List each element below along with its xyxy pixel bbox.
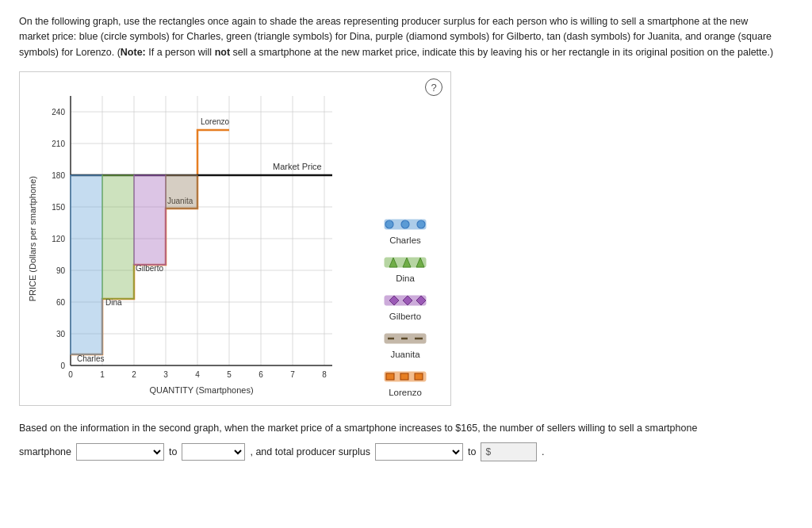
instructions-text: On the following graph, use the rectangl…	[19, 14, 780, 60]
dollar-sign: $	[485, 446, 491, 457]
smartphone-label: smartphone	[19, 446, 71, 457]
svg-text:60: 60	[56, 298, 66, 307]
svg-text:30: 30	[56, 330, 66, 339]
legend-label-gilberto: Gilberto	[389, 312, 421, 321]
svg-rect-46	[71, 175, 102, 354]
note-bold: Note:	[121, 47, 146, 58]
legend-item-charles: Charles	[368, 213, 442, 245]
sellers-value-dropdown[interactable]: 1 2 3 4 5	[182, 443, 245, 461]
svg-text:Lorenzo: Lorenzo	[201, 117, 230, 126]
svg-text:Charles: Charles	[77, 354, 104, 363]
gilberto-palette-icon	[383, 289, 427, 310]
help-icon[interactable]: ?	[425, 78, 442, 96]
svg-text:6: 6	[259, 370, 263, 379]
svg-point-53	[417, 220, 425, 228]
to2-label: to	[468, 446, 476, 457]
answer-row: smartphone increases decreases stays the…	[19, 442, 780, 461]
legend-label-lorenzo: Lorenzo	[389, 388, 422, 397]
svg-text:4: 4	[195, 370, 200, 379]
dollar-input-box[interactable]: $	[481, 442, 537, 461]
not-bold: not	[215, 47, 230, 58]
svg-text:150: 150	[52, 203, 65, 212]
charles-palette-icon	[383, 213, 427, 234]
legend-label-juanita: Juanita	[390, 350, 419, 359]
bottom-section: Based on the information in the second g…	[19, 420, 780, 461]
svg-text:120: 120	[52, 235, 65, 243]
juanita-palette-icon	[383, 327, 427, 348]
bottom-question-text: Based on the information in the second g…	[19, 420, 780, 436]
svg-rect-68	[400, 373, 408, 380]
surplus-value-input[interactable]	[492, 445, 532, 459]
svg-text:7: 7	[290, 370, 295, 379]
svg-text:0: 0	[60, 362, 65, 370]
to-label: to	[169, 446, 177, 457]
svg-text:Dina: Dina	[105, 298, 122, 307]
svg-text:Market Price: Market Price	[273, 162, 322, 171]
chart-area: PRICE (Dollars per smartphone)	[28, 80, 442, 397]
period: .	[542, 446, 544, 457]
lorenzo-palette-icon	[383, 365, 427, 386]
svg-text:180: 180	[52, 171, 65, 180]
legend-area: Charles Dina Gilbe	[355, 213, 442, 397]
svg-text:1: 1	[100, 370, 105, 379]
svg-rect-48	[134, 175, 166, 265]
y-axis-label: PRICE (Dollars per smartphone)	[28, 176, 37, 301]
legend-item-gilberto: Gilberto	[368, 289, 442, 321]
svg-text:5: 5	[227, 370, 232, 379]
sellers-change-dropdown[interactable]: increases decreases stays the same	[76, 443, 164, 461]
svg-rect-49	[166, 175, 197, 209]
svg-rect-47	[102, 175, 134, 299]
svg-rect-67	[386, 373, 394, 380]
and-surplus-label: , and total producer surplus	[250, 446, 370, 457]
svg-text:8: 8	[322, 370, 327, 379]
legend-item-lorenzo: Lorenzo	[368, 365, 442, 397]
surplus-change-dropdown[interactable]: increases decreases stays the same	[375, 443, 463, 461]
svg-text:0: 0	[68, 370, 73, 379]
svg-text:Gilberto: Gilberto	[136, 264, 163, 273]
svg-point-51	[385, 220, 393, 228]
legend-item-dina: Dina	[368, 251, 442, 283]
svg-text:210: 210	[52, 140, 65, 148]
dina-palette-icon	[383, 251, 427, 272]
main-chart: 0 30 60 90 120 150 180 210 240 0 1 2 3 4…	[39, 80, 348, 397]
legend-label-charles: Charles	[389, 235, 421, 245]
svg-text:3: 3	[163, 370, 168, 379]
svg-point-52	[401, 220, 409, 228]
graph-panel: ? PRICE (Dollars per smartphone)	[19, 71, 451, 406]
chart-inner: 0 30 60 90 120 150 180 210 240 0 1 2 3 4…	[39, 80, 355, 397]
svg-text:QUANTITY (Smartphones): QUANTITY (Smartphones)	[149, 385, 253, 395]
legend-item-juanita: Juanita	[368, 327, 442, 359]
svg-text:240: 240	[52, 108, 65, 117]
svg-text:90: 90	[56, 266, 66, 275]
svg-text:2: 2	[132, 370, 136, 379]
svg-rect-69	[415, 373, 423, 380]
legend-label-dina: Dina	[396, 274, 415, 283]
